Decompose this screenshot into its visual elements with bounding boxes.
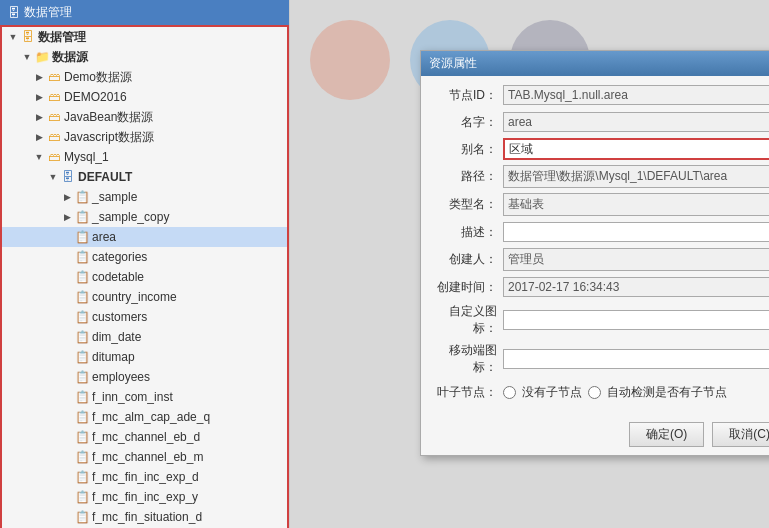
node-label-f-mc-fin-y: f_mc_fin_inc_exp_y: [92, 490, 198, 504]
expand-icon-javabean[interactable]: ▶: [32, 110, 46, 124]
dialog-row-name: 名字： area: [433, 111, 769, 133]
node-label-ditumap: ditumap: [92, 350, 135, 364]
expand-icon-demo[interactable]: ▶: [32, 70, 46, 84]
tree-header-icon: 🗄: [8, 6, 20, 20]
tree-node-root[interactable]: ▼ 🗄 数据管理: [2, 27, 287, 47]
expand-icon-mysql1[interactable]: ▼: [32, 150, 46, 164]
tree-node-mysql1[interactable]: ▼ 🗃 Mysql_1: [2, 147, 287, 167]
db-icon-demo: 🗃: [46, 69, 62, 85]
folder-icon: 📁: [34, 49, 50, 65]
dialog-footer: 确定(O) 取消(C): [421, 416, 769, 455]
expand-icon-area: [60, 230, 74, 244]
dialog-row-leaf: 叶子节点： 没有子节点 自动检测是否有子节点: [433, 381, 769, 403]
value-name: area: [503, 112, 769, 132]
tree-node-datasource[interactable]: ▼ 📁 数据源: [2, 47, 287, 67]
expand-icon-default[interactable]: ▼: [46, 170, 60, 184]
tree-node-dim-date[interactable]: 📋 dim_date: [2, 327, 287, 347]
node-label-f-mc-fin-d: f_mc_fin_inc_exp_d: [92, 470, 199, 484]
radio-auto-detect[interactable]: [588, 386, 601, 399]
tree-node-demo2016[interactable]: ▶ 🗃 DEMO2016: [2, 87, 287, 107]
table-icon-employees: 📋: [74, 369, 90, 385]
tree-node-f-mc-fin-y[interactable]: 📋 f_mc_fin_inc_exp_y: [2, 487, 287, 507]
expand-icon-f-mc-alm: [60, 410, 74, 424]
input-alias[interactable]: [503, 138, 769, 160]
input-mobile-icon[interactable]: [503, 349, 769, 369]
dialog-title-bar[interactable]: 资源属性 ×: [421, 51, 769, 76]
value-createtime: 2017-02-17 16:34:43: [503, 277, 769, 297]
tree-node-codetable[interactable]: 📋 codetable: [2, 267, 287, 287]
expand-icon-javascript[interactable]: ▶: [32, 130, 46, 144]
tree-node-area[interactable]: 📋 area: [2, 227, 287, 247]
db-icon-mysql1: 🗃: [46, 149, 62, 165]
db-icon-demo2016: 🗃: [46, 89, 62, 105]
dialog-row-alias: 别名：: [433, 138, 769, 160]
expand-icon-f-mc-ch-d: [60, 430, 74, 444]
table-icon-area: 📋: [74, 229, 90, 245]
expand-icon-customers: [60, 310, 74, 324]
node-label-mysql1: Mysql_1: [64, 150, 109, 164]
input-custom-icon[interactable]: [503, 310, 769, 330]
schema-icon-default: 🗄: [60, 169, 76, 185]
expand-icon-datasource[interactable]: ▼: [20, 50, 34, 64]
cancel-button[interactable]: 取消(C): [712, 422, 769, 447]
right-panel: 资源属性 × 节点ID： TAB.Mysql_1.null.area 名字： a…: [290, 0, 769, 528]
tree-node-sample-copy[interactable]: ▶ 📋 _sample_copy: [2, 207, 287, 227]
tree-node-ditumap[interactable]: 📋 ditumap: [2, 347, 287, 367]
expand-icon-root[interactable]: ▼: [6, 30, 20, 44]
resource-properties-dialog[interactable]: 资源属性 × 节点ID： TAB.Mysql_1.null.area 名字： a…: [420, 50, 769, 456]
expand-icon-f-mc-fin-y: [60, 490, 74, 504]
expand-icon-dim-date: [60, 330, 74, 344]
tree-node-javabean[interactable]: ▶ 🗃 JavaBean数据源: [2, 107, 287, 127]
input-desc[interactable]: [503, 222, 769, 242]
radio-no-children[interactable]: [503, 386, 516, 399]
dialog-title-text: 资源属性: [429, 55, 477, 72]
tree-node-f-mc-alm[interactable]: 📋 f_mc_alm_cap_ade_q: [2, 407, 287, 427]
expand-icon-demo2016[interactable]: ▶: [32, 90, 46, 104]
tree-node-categories[interactable]: 📋 categories: [2, 247, 287, 267]
node-label-f-mc-ch-m: f_mc_channel_eb_m: [92, 450, 203, 464]
expand-icon-f-mc-fin-sit: [60, 510, 74, 524]
tree-node-f-inn-com-inst[interactable]: 📋 f_inn_com_inst: [2, 387, 287, 407]
dialog-row-path: 路径： 数据管理\数据源\Mysql_1\DEFAULT\area: [433, 165, 769, 188]
expand-icon-categories: [60, 250, 74, 264]
dialog-row-mobile-icon: 移动端图标：: [433, 342, 769, 376]
tree-body[interactable]: ▼ 🗄 数据管理 ▼ 📁 数据源 ▶ 🗃 Demo数据源: [0, 25, 289, 528]
label-path: 路径：: [433, 168, 503, 185]
circle-1: [310, 20, 390, 100]
node-label-demo: Demo数据源: [64, 69, 132, 86]
tree-node-demo[interactable]: ▶ 🗃 Demo数据源: [2, 67, 287, 87]
node-label-sample-copy: _sample_copy: [92, 210, 169, 224]
tree-node-employees[interactable]: 📋 employees: [2, 367, 287, 387]
tree-node-f-mc-fin-sit[interactable]: 📋 f_mc_fin_situation_d: [2, 507, 287, 527]
tree-node-default[interactable]: ▼ 🗄 DEFAULT: [2, 167, 287, 187]
value-nodeid: TAB.Mysql_1.null.area: [503, 85, 769, 105]
tree-node-country-income[interactable]: 📋 country_income: [2, 287, 287, 307]
db-icon-javascript: 🗃: [46, 129, 62, 145]
node-label-root: 数据管理: [38, 29, 86, 46]
tree-node-customers[interactable]: 📋 customers: [2, 307, 287, 327]
tree-section: ▼ 🗄 数据管理 ▼ 📁 数据源 ▶ 🗃 Demo数据源: [0, 25, 289, 528]
tree-node-sample[interactable]: ▶ 📋 _sample: [2, 187, 287, 207]
node-label-country-income: country_income: [92, 290, 177, 304]
node-label-categories: categories: [92, 250, 147, 264]
left-panel: 🗄 数据管理 ▼ 🗄 数据管理 ▼ 📁 数据源: [0, 0, 290, 528]
ok-button[interactable]: 确定(O): [629, 422, 704, 447]
tree-node-f-mc-fin-d[interactable]: 📋 f_mc_fin_inc_exp_d: [2, 467, 287, 487]
label-auto-detect: 自动检测是否有子节点: [607, 384, 727, 401]
value-creator: 管理员: [503, 248, 769, 271]
label-createtime: 创建时间：: [433, 279, 503, 296]
expand-icon-sample[interactable]: ▶: [60, 190, 74, 204]
dialog-row-custom-icon: 自定义图标：: [433, 303, 769, 337]
tree-node-f-mc-channel-d[interactable]: 📋 f_mc_channel_eb_d: [2, 427, 287, 447]
dialog-row-creator: 创建人： 管理员: [433, 248, 769, 271]
expand-icon-f-inn: [60, 390, 74, 404]
label-nodeid: 节点ID：: [433, 87, 503, 104]
table-icon-f-mc-fin-sit: 📋: [74, 509, 90, 525]
node-label-f-mc-fin-sit: f_mc_fin_situation_d: [92, 510, 202, 524]
tree-node-javascript[interactable]: ▶ 🗃 Javascript数据源: [2, 127, 287, 147]
expand-icon-sample-copy[interactable]: ▶: [60, 210, 74, 224]
value-path: 数据管理\数据源\Mysql_1\DEFAULT\area: [503, 165, 769, 188]
label-alias: 别名：: [433, 141, 503, 158]
table-icon-f-mc-fin-y: 📋: [74, 489, 90, 505]
tree-node-f-mc-channel-m[interactable]: 📋 f_mc_channel_eb_m: [2, 447, 287, 467]
